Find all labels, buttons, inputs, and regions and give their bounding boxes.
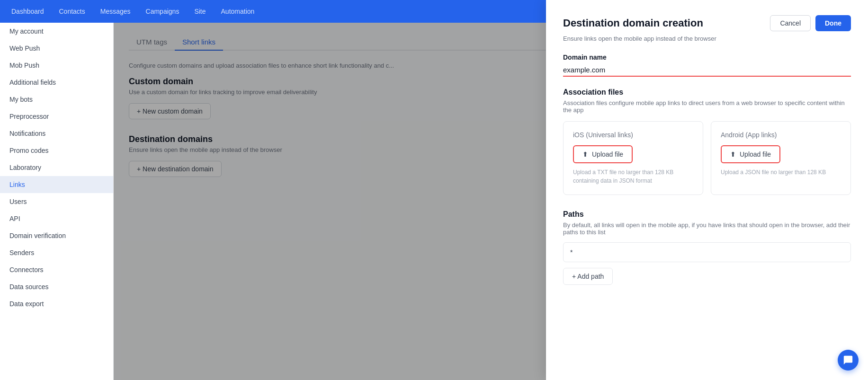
upload-icon: ⬆ [730, 150, 736, 158]
sidebar-item-promo-codes[interactable]: Promo codes [0, 142, 113, 159]
domain-name-label: Domain name [563, 53, 851, 61]
chat-icon [843, 355, 853, 365]
panel-title: Destination domain creation [563, 17, 703, 29]
nav-site[interactable]: Site [194, 8, 206, 15]
panel-header-actions: Cancel Done [770, 15, 851, 31]
sidebar-item-web-push[interactable]: Web Push [0, 40, 113, 57]
chat-bubble-button[interactable] [838, 350, 859, 371]
done-button[interactable]: Done [815, 15, 851, 31]
path-input[interactable] [563, 242, 851, 262]
sidebar: My account Web Push Mob Push Additional … [0, 23, 114, 380]
sidebar-item-data-export[interactable]: Data export [0, 295, 113, 312]
domain-name-input[interactable] [563, 64, 851, 77]
sidebar-item-mob-push[interactable]: Mob Push [0, 57, 113, 74]
association-files-desc: Association files configure mobile app l… [563, 99, 851, 114]
sidebar-item-domain-verification[interactable]: Domain verification [0, 227, 113, 244]
sidebar-item-additional-fields[interactable]: Additional fields [0, 74, 113, 91]
sidebar-item-notifications[interactable]: Notifications [0, 125, 113, 142]
sidebar-item-users[interactable]: Users [0, 193, 113, 210]
android-card-title: Android (App links) [721, 131, 841, 139]
sidebar-item-my-bots[interactable]: My bots [0, 91, 113, 108]
nav-contacts[interactable]: Contacts [59, 8, 85, 15]
panel-subtitle: Ensure links open the mobile app instead… [563, 35, 851, 42]
ios-card: iOS (Universal links) ⬆ Upload file Uplo… [563, 121, 703, 195]
android-card: Android (App links) ⬆ Upload file Upload… [711, 121, 851, 195]
android-upload-button[interactable]: ⬆ Upload file [721, 145, 780, 163]
sidebar-item-data-sources[interactable]: Data sources [0, 278, 113, 295]
panel-header: Destination domain creation Cancel Done [563, 15, 851, 31]
nav-campaigns[interactable]: Campaigns [146, 8, 179, 15]
nav-dashboard[interactable]: Dashboard [11, 8, 44, 15]
sidebar-item-api[interactable]: API [0, 210, 113, 227]
sidebar-item-preprocessor[interactable]: Preprocessor [0, 108, 113, 125]
sidebar-item-links[interactable]: Links [0, 176, 113, 193]
association-cards: iOS (Universal links) ⬆ Upload file Uplo… [563, 121, 851, 195]
association-files-title: Association files [563, 88, 851, 97]
nav-messages[interactable]: Messages [100, 8, 131, 15]
sidebar-item-my-account[interactable]: My account [0, 23, 113, 40]
upload-icon: ⬆ [582, 150, 588, 158]
paths-desc: By default, all links will open in the m… [563, 221, 851, 236]
destination-domain-panel: Destination domain creation Cancel Done … [546, 0, 868, 380]
android-upload-hint: Upload a JSON file no larger than 128 KB [721, 168, 841, 177]
paths-title: Paths [563, 210, 851, 219]
sidebar-item-laboratory[interactable]: Laboratory [0, 159, 113, 176]
sidebar-item-connectors[interactable]: Connectors [0, 261, 113, 278]
cancel-button[interactable]: Cancel [770, 15, 811, 31]
ios-card-title: iOS (Universal links) [573, 131, 693, 139]
ios-upload-hint: Upload a TXT file no larger than 128 KB … [573, 168, 693, 185]
sidebar-item-senders[interactable]: Senders [0, 244, 113, 261]
add-path-button[interactable]: + Add path [563, 268, 613, 285]
ios-upload-button[interactable]: ⬆ Upload file [573, 145, 633, 163]
nav-automation[interactable]: Automation [221, 8, 255, 15]
